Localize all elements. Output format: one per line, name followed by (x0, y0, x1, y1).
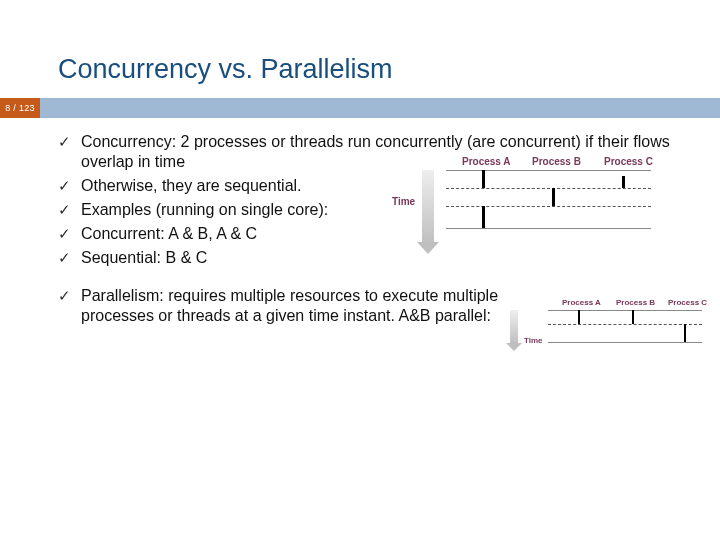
process-a-segment (578, 310, 580, 324)
time-arrow-icon (422, 170, 434, 244)
bullet-text: Parallelism: requires multiple resources… (81, 286, 511, 326)
checkmark-icon: ✓ (58, 176, 71, 196)
grid-line (446, 170, 651, 171)
list-item: ✓ Sequential: B & C (58, 248, 678, 268)
checkmark-icon: ✓ (58, 132, 71, 152)
bullet-text: Examples (running on single core): (81, 200, 328, 220)
title-underline-band (0, 98, 720, 118)
grid-line (446, 228, 651, 229)
slide: Concurrency vs. Parallelism 8 / 123 ✓ Co… (0, 0, 720, 540)
process-c-header: Process C (668, 298, 707, 307)
grid-line (446, 188, 651, 189)
checkmark-icon: ✓ (58, 248, 71, 268)
process-a-header: Process A (562, 298, 601, 307)
checkmark-icon: ✓ (58, 286, 71, 306)
checkmark-icon: ✓ (58, 224, 71, 244)
process-c-header: Process C (604, 156, 653, 167)
bullet-text: Otherwise, they are sequential. (81, 176, 302, 196)
time-arrow-icon (510, 310, 518, 344)
parallelism-diagram: Process A Process B Process C Time (500, 298, 710, 366)
process-b-header: Process B (532, 156, 581, 167)
process-c-segment (622, 176, 625, 188)
process-a-segment (482, 170, 485, 188)
time-axis-label: Time (524, 336, 543, 345)
grid-line (548, 324, 702, 325)
grid-line (548, 310, 702, 311)
slide-title: Concurrency vs. Parallelism (58, 54, 393, 85)
process-c-segment (684, 324, 686, 342)
time-axis-label: Time (392, 196, 415, 207)
process-b-segment (552, 188, 555, 206)
bullet-text: Sequential: B & C (81, 248, 207, 268)
process-a-header: Process A (462, 156, 511, 167)
process-b-header: Process B (616, 298, 655, 307)
process-a-segment (482, 206, 485, 228)
grid-line (548, 342, 702, 343)
grid-line (446, 206, 651, 207)
concurrency-diagram: Process A Process B Process C Time (392, 156, 658, 250)
page-number-badge: 8 / 123 (0, 98, 40, 118)
bullet-text: Concurrent: A & B, A & C (81, 224, 257, 244)
checkmark-icon: ✓ (58, 200, 71, 220)
process-b-segment (632, 310, 634, 324)
